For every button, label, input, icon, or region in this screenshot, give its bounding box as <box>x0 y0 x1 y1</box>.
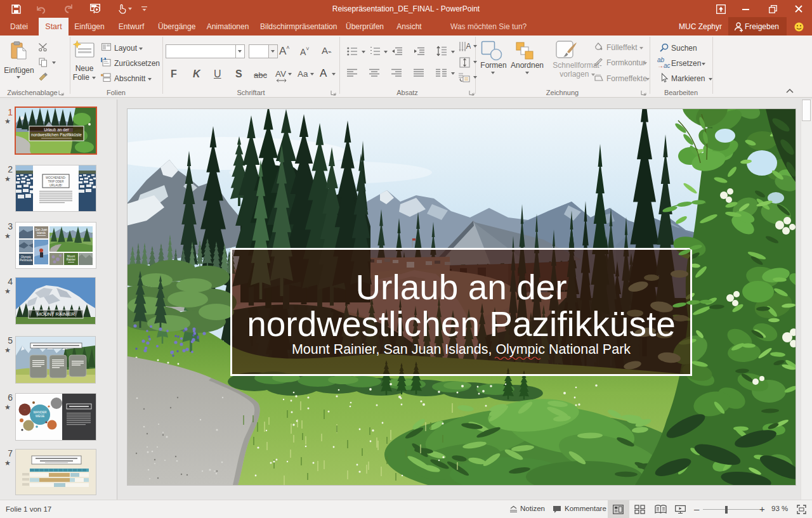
svg-text:WOCHENEND-: WOCHENEND- <box>46 176 67 179</box>
svg-text:Urlaub an der: Urlaub an der <box>355 268 566 307</box>
svg-text:WEGE: WEGE <box>36 415 45 418</box>
svg-text:A: A <box>466 42 471 51</box>
svg-text:Rainier: Rainier <box>67 258 76 261</box>
svg-text:URLAUB!: URLAUB! <box>49 184 62 187</box>
svg-text:TRIP ODER: TRIP ODER <box>48 180 65 183</box>
svg-text:nordwestlichen Pazifikküste: nordwestlichen Pazifikküste <box>247 304 676 344</box>
svg-text:...: ... <box>24 408 26 411</box>
svg-text:WANDER: WANDER <box>33 411 47 414</box>
svg-text:Islands: Islands <box>37 231 46 235</box>
svg-text:Urlaub an der: Urlaub an der <box>44 127 69 132</box>
svg-text:MOUNT RAINIER: MOUNT RAINIER <box>37 311 75 317</box>
svg-text:nordwestlichen Pazifikküste: nordwestlichen Pazifikküste <box>31 133 82 137</box>
svg-text:Peninsula: Peninsula <box>20 259 32 262</box>
svg-text:Mount Rainier, San Juan Island: Mount Rainier, San Juan Islands, Olympic… <box>292 342 631 357</box>
